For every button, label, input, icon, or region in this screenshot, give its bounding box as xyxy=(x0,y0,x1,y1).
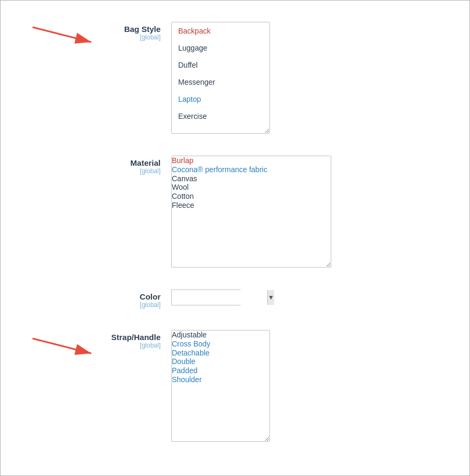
listbox-item[interactable]: Burlap xyxy=(172,156,331,165)
listbox-item[interactable]: Cross Body xyxy=(172,340,269,349)
bag-style-listbox[interactable]: Backpack Luggage Duffel Messenger Laptop… xyxy=(171,22,270,134)
strap-handle-control: Adjustable Cross Body Detachable Double … xyxy=(171,330,448,442)
listbox-item[interactable]: Cotton xyxy=(172,192,331,201)
bag-style-control: Backpack Luggage Duffel Messenger Laptop… xyxy=(171,22,448,134)
material-global: [global] xyxy=(22,167,161,175)
material-section: Material [global] Burlap Cocona® perform… xyxy=(22,156,448,268)
listbox-item[interactable]: Detachable xyxy=(172,349,269,358)
material-control: Burlap Cocona® performance fabric Canvas… xyxy=(171,156,448,268)
strap-handle-label-group: Strap/Handle [global] xyxy=(22,330,171,349)
listbox-item[interactable]: Duffel xyxy=(172,57,269,74)
listbox-item[interactable]: Exercise xyxy=(172,108,269,125)
bag-style-label: Bag Style xyxy=(22,25,161,34)
listbox-item[interactable]: Adjustable xyxy=(172,330,269,340)
strap-handle-label: Strap/Handle xyxy=(22,333,161,342)
color-input[interactable] xyxy=(172,290,267,305)
strap-handle-listbox[interactable]: Adjustable Cross Body Detachable Double … xyxy=(171,330,270,442)
bag-style-section: Bag Style [global] Backpack Luggage Duff… xyxy=(22,22,448,134)
content-area: Bag Style [global] Backpack Luggage Duff… xyxy=(1,1,469,476)
strap-handle-section: Strap/Handle [global] Adjustable Cross B… xyxy=(22,330,448,442)
material-label: Material xyxy=(22,158,161,167)
listbox-item[interactable]: Luggage xyxy=(172,39,269,57)
color-dropdown[interactable]: ▼ xyxy=(171,289,241,305)
listbox-item[interactable]: Double xyxy=(172,357,269,366)
color-global: [global] xyxy=(22,301,161,309)
listbox-item[interactable]: Shoulder xyxy=(172,375,269,384)
bag-style-label-group: Bag Style [global] xyxy=(22,22,171,41)
listbox-item[interactable]: Backpack xyxy=(172,22,269,39)
color-label: Color xyxy=(22,292,161,301)
listbox-item[interactable]: Laptop xyxy=(172,91,269,108)
listbox-item[interactable]: Canvas xyxy=(172,174,331,183)
listbox-item[interactable]: Cocona® performance fabric xyxy=(172,165,331,174)
color-control: ▼ xyxy=(171,289,448,305)
chevron-down-icon: ▼ xyxy=(268,294,274,301)
strap-handle-global: [global] xyxy=(22,342,161,349)
color-dropdown-button[interactable]: ▼ xyxy=(267,290,274,305)
page-container: Bag Style [global] Backpack Luggage Duff… xyxy=(0,0,470,476)
bag-style-global: [global] xyxy=(22,34,161,41)
material-listbox[interactable]: Burlap Cocona® performance fabric Canvas… xyxy=(171,156,331,268)
listbox-item[interactable]: Padded xyxy=(172,366,269,375)
listbox-item[interactable]: Fleece xyxy=(172,201,331,210)
color-label-group: Color [global] xyxy=(22,289,171,309)
listbox-item[interactable]: Wool xyxy=(172,183,331,192)
material-label-group: Material [global] xyxy=(22,156,171,175)
listbox-item[interactable]: Messenger xyxy=(172,74,269,91)
color-section: Color [global] ▼ xyxy=(22,289,448,309)
